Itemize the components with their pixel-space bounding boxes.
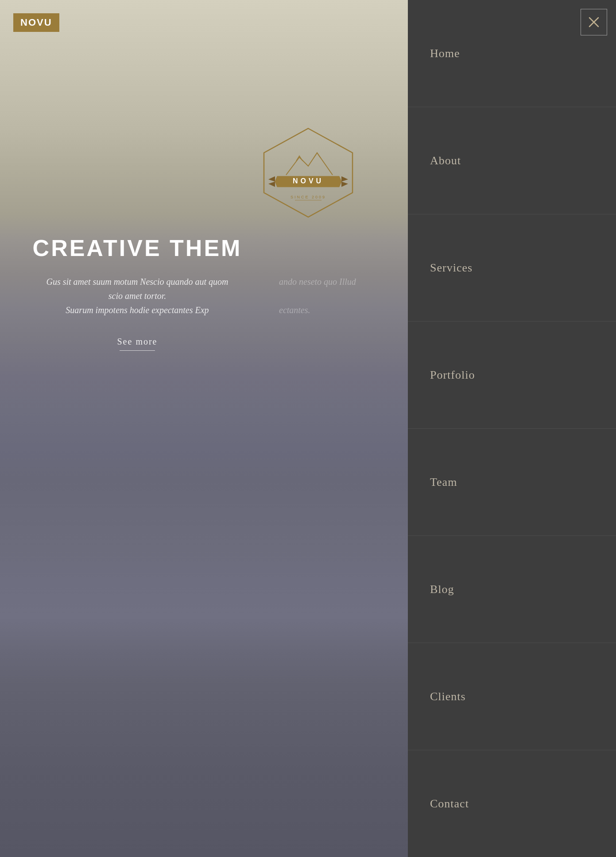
svg-marker-0: [264, 128, 353, 217]
logo-box[interactable]: NOVU: [13, 13, 59, 32]
sidebar-item-portfolio[interactable]: Portfolio: [408, 322, 616, 429]
badge-svg: NOVU SINCE 2009: [251, 124, 366, 221]
sidebar-item-clients[interactable]: Clients: [408, 643, 616, 750]
hero-title: CREATIVE THEM: [0, 235, 275, 261]
center-badge: NOVU SINCE 2009: [251, 124, 366, 221]
logo-text: NOVU: [20, 17, 52, 28]
svg-text:NOVU: NOVU: [292, 177, 323, 185]
sidebar-item-services[interactable]: Services: [408, 214, 616, 322]
close-button[interactable]: [581, 9, 607, 35]
nav-list: Home About Services Portfolio Team Blog …: [408, 0, 616, 857]
sidebar-item-contact[interactable]: Contact: [408, 750, 616, 857]
sidebar-item-about[interactable]: About: [408, 107, 616, 214]
sidebar-item-blog[interactable]: Blog: [408, 536, 616, 643]
svg-text:SINCE 2009: SINCE 2009: [290, 195, 325, 199]
close-icon: [588, 16, 600, 28]
hero-subtitle: Gus sit amet suum motum Nescio quando au…: [0, 275, 275, 317]
sidebar-item-team[interactable]: Team: [408, 429, 616, 536]
see-more-button[interactable]: See more: [0, 337, 275, 351]
sidebar-nav: Home About Services Portfolio Team Blog …: [408, 0, 616, 857]
